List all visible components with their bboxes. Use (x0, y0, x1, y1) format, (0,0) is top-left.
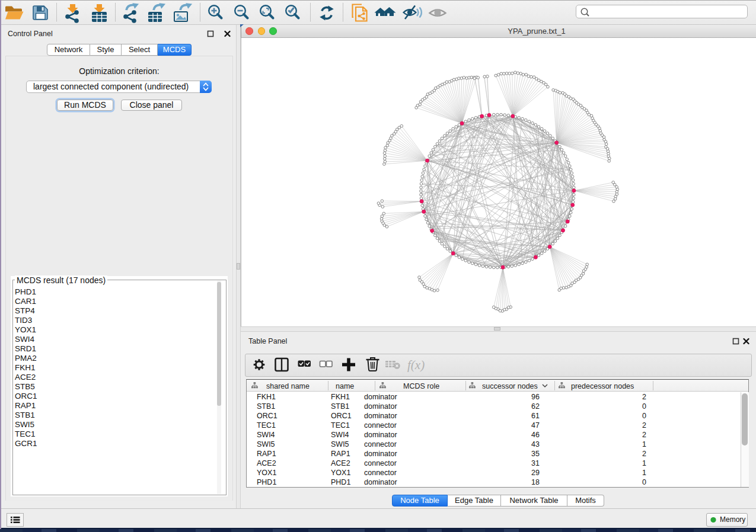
svg-text:f(x): f(x) (407, 358, 425, 372)
